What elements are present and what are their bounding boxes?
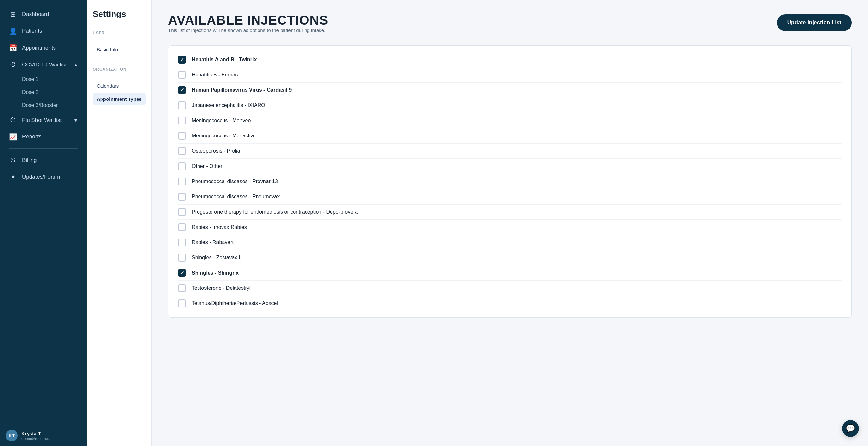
footer-user-info: Krysta T demo@medme... — [22, 431, 71, 441]
sidebar-item-dose2[interactable]: Dose 2 — [0, 86, 87, 99]
injection-label-rabies-imovax: Rabies - Imovax Rabies — [192, 224, 247, 230]
injection-label-progesterone-depo: Progesterone therapy for endometriosis o… — [192, 209, 358, 215]
injection-item-testosterone-delatestryl: Testosterone - Delatestryl — [178, 281, 842, 296]
sidebar: ⊞ Dashboard 👤 Patients 📅 Appointments ⏱ … — [0, 0, 87, 446]
sidebar-item-dose3[interactable]: Dose 3/Booster — [0, 99, 87, 112]
injection-item-hepatitis-b-engerix: Hepatitis B - Engerix — [178, 67, 842, 83]
checkbox-hepatitis-b-engerix[interactable] — [178, 71, 186, 79]
injection-item-pneumococcal-pneumovax: Pneumococcal diseases - Pneumovax — [178, 189, 842, 205]
checkbox-shingles-shingrix[interactable] — [178, 269, 186, 277]
billing-icon: $ — [9, 157, 17, 164]
footer-user-name: Krysta T — [22, 431, 71, 436]
sidebar-nav: ⊞ Dashboard 👤 Patients 📅 Appointments ⏱ … — [0, 0, 87, 425]
more-options-button[interactable]: ⋮ — [74, 432, 81, 440]
injection-item-progesterone-depo: Progesterone therapy for endometriosis o… — [178, 205, 842, 220]
injection-item-japanese-ixiaro: Japanese encephalitis - IXIARO — [178, 98, 842, 113]
sidebar-item-appointments[interactable]: 📅 Appointments — [0, 39, 87, 57]
section-divider-user — [93, 39, 146, 39]
footer-user-email: demo@medme... — [22, 436, 71, 441]
dashboard-icon: ⊞ — [9, 10, 17, 18]
injection-label-shingles-shingrix: Shingles - Shingrix — [192, 270, 239, 276]
settings-nav-appointment-types[interactable]: Appointment Types — [93, 93, 146, 105]
injection-label-pneumococcal-pneumovax: Pneumococcal diseases - Pneumovax — [192, 194, 280, 200]
chat-bubble-button[interactable]: 💬 — [842, 420, 859, 437]
chevron-down-icon: ▼ — [73, 118, 78, 123]
injection-item-hpv-gardasil: Human Papillomavirus Virus - Gardasil 9 — [178, 83, 842, 98]
sidebar-item-updates[interactable]: ✦ Updates/Forum — [0, 169, 87, 185]
sidebar-item-billing[interactable]: $ Billing — [0, 152, 87, 169]
chat-icon: 💬 — [846, 424, 855, 433]
settings-section-user: USER — [93, 31, 146, 35]
checkbox-testosterone-delatestryl[interactable] — [178, 284, 186, 292]
injection-item-rabies-imovax: Rabies - Imovax Rabies — [178, 220, 842, 235]
covid-icon: ⏱ — [9, 61, 17, 68]
injection-item-meningococcus-menveo: Meningococcus - Menveo — [178, 113, 842, 128]
checkbox-rabies-imovax[interactable] — [178, 223, 186, 231]
sidebar-item-dose1[interactable]: Dose 1 — [0, 73, 87, 86]
injection-item-shingles-zostavax: Shingles - Zostavax II — [178, 250, 842, 266]
checkbox-pneumococcal-pneumovax[interactable] — [178, 193, 186, 201]
flu-icon: ⏱ — [9, 116, 17, 124]
injection-label-meningococcus-menactra: Meningococcus - Menactra — [192, 133, 254, 139]
sidebar-item-dashboard[interactable]: ⊞ Dashboard — [0, 6, 87, 23]
injection-label-hpv-gardasil: Human Papillomavirus Virus - Gardasil 9 — [192, 87, 291, 93]
appointments-icon: 📅 — [9, 44, 17, 52]
main-header: AVAILABLE INJECTIONS This list of inject… — [168, 13, 852, 42]
main-content: AVAILABLE INJECTIONS This list of inject… — [152, 0, 868, 446]
chevron-up-icon: ▲ — [73, 62, 78, 67]
injection-label-meningococcus-menveo: Meningococcus - Menveo — [192, 118, 251, 124]
injection-item-other-other: Other - Other — [178, 159, 842, 174]
settings-nav-basic-info[interactable]: Basic Info — [93, 43, 146, 56]
settings-nav-calendars[interactable]: Calendars — [93, 80, 146, 92]
checkbox-rabies-rabavert[interactable] — [178, 239, 186, 246]
sidebar-item-label: Appointments — [22, 45, 56, 51]
injection-item-pneumococcal-prevnar: Pneumococcal diseases - Prevnar-13 — [178, 174, 842, 189]
sidebar-item-label: Patients — [22, 28, 42, 34]
sidebar-item-label: Updates/Forum — [22, 174, 60, 180]
injection-label-pneumococcal-prevnar: Pneumococcal diseases - Prevnar-13 — [192, 179, 278, 184]
checkbox-osteoporosis-prolia[interactable] — [178, 147, 186, 155]
injection-item-shingles-shingrix: Shingles - Shingrix — [178, 266, 842, 281]
injection-item-rabies-rabavert: Rabies - Rabavert — [178, 235, 842, 250]
reports-icon: 📈 — [9, 133, 17, 141]
sidebar-item-flu-waitlist[interactable]: ⏱ Flu Shot Waitlist ▼ — [0, 112, 87, 128]
checkbox-japanese-ixiaro[interactable] — [178, 101, 186, 109]
sidebar-item-reports[interactable]: 📈 Reports — [0, 128, 87, 145]
checkbox-pneumococcal-prevnar[interactable] — [178, 178, 186, 185]
settings-section-organization: ORGANIZATION — [93, 67, 146, 72]
sidebar-item-patients[interactable]: 👤 Patients — [0, 23, 87, 39]
checkbox-hepatitis-ab-twinrix[interactable] — [178, 56, 186, 64]
settings-title: Settings — [93, 9, 146, 19]
checkbox-meningococcus-menveo[interactable] — [178, 117, 186, 125]
checkbox-tetanus-adacel[interactable] — [178, 300, 186, 307]
sidebar-item-label: Flu Shot Waitlist — [22, 117, 62, 124]
checkbox-shingles-zostavax[interactable] — [178, 254, 186, 262]
settings-panel: Settings USER Basic Info ORGANIZATION Ca… — [87, 0, 152, 446]
section-divider-org — [93, 75, 146, 75]
injection-label-testosterone-delatestryl: Testosterone - Delatestryl — [192, 285, 250, 291]
injection-item-hepatitis-ab-twinrix: Hepatitis A and B - Twinrix — [178, 52, 842, 67]
checkbox-hpv-gardasil[interactable] — [178, 86, 186, 94]
injection-label-hepatitis-ab-twinrix: Hepatitis A and B - Twinrix — [192, 57, 256, 63]
injection-item-tetanus-adacel: Tetanus/Diphtheria/Pertussis - Adacel — [178, 296, 842, 311]
injection-label-osteoporosis-prolia: Osteoporosis - Prolia — [192, 148, 240, 154]
injection-label-hepatitis-b-engerix: Hepatitis B - Engerix — [192, 72, 239, 78]
page-subtitle: This list of injections will be shown as… — [168, 28, 328, 33]
checkbox-meningococcus-menactra[interactable] — [178, 132, 186, 140]
injection-label-shingles-zostavax: Shingles - Zostavax II — [192, 255, 242, 261]
update-injection-list-button[interactable]: Update Injection List — [777, 14, 852, 31]
sidebar-item-label: Billing — [22, 157, 37, 164]
checkbox-other-other[interactable] — [178, 162, 186, 170]
page-title: AVAILABLE INJECTIONS — [168, 13, 328, 28]
sidebar-footer: KT Krysta T demo@medme... ⋮ — [0, 425, 87, 446]
checkbox-progesterone-depo[interactable] — [178, 208, 186, 216]
injection-list: Hepatitis A and B - TwinrixHepatitis B -… — [168, 45, 852, 318]
sidebar-item-label: COVID-19 Waitlist — [22, 62, 66, 68]
sidebar-item-covid-waitlist[interactable]: ⏱ COVID-19 Waitlist ▲ — [0, 57, 87, 73]
injection-item-osteoporosis-prolia: Osteoporosis - Prolia — [178, 144, 842, 159]
injection-label-rabies-rabavert: Rabies - Rabavert — [192, 240, 234, 245]
sidebar-item-label: Dashboard — [22, 11, 49, 18]
injection-item-meningococcus-menactra: Meningococcus - Menactra — [178, 128, 842, 144]
injection-label-tetanus-adacel: Tetanus/Diphtheria/Pertussis - Adacel — [192, 301, 278, 306]
updates-icon: ✦ — [9, 173, 17, 181]
